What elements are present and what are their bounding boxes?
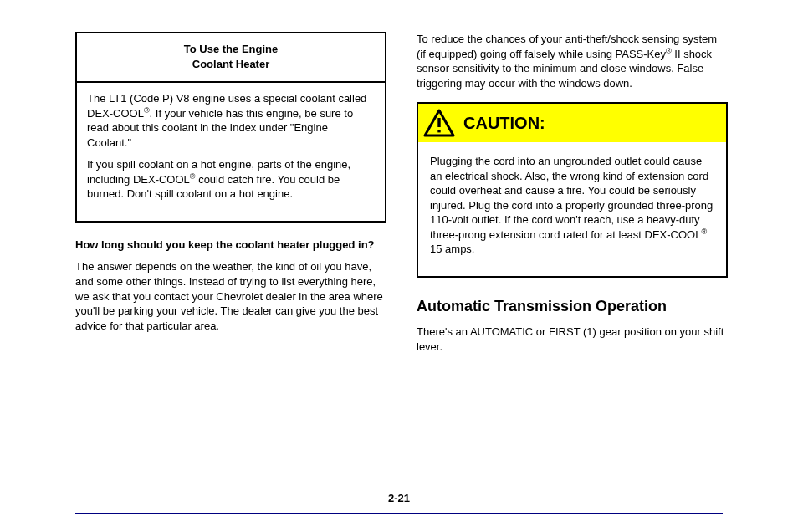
auto-trans-paragraph: There's an AUTOMATIC or FIRST (1) gear p…: [417, 325, 726, 354]
page: To Use the Engine Coolant Heater The LT1…: [0, 0, 798, 532]
caution-paragraph: Plugging the cord into an ungrounded out…: [430, 154, 714, 257]
left-column: To Use the Engine Coolant Heater The LT1…: [75, 32, 385, 340]
caution-post: 15 amps.: [430, 243, 474, 255]
coolant-header-line2: Coolant Heater: [87, 57, 375, 72]
auto-trans-title: Automatic Transmission Operation: [417, 296, 726, 316]
coolant-body-p2: If you spill coolant on a hot engine, pa…: [87, 157, 375, 202]
how-long-question: How long should you keep the coolant hea…: [75, 238, 385, 253]
passkey-pre: To reduce the chances of your anti-theft…: [417, 33, 717, 60]
coolant-heater-box-body: The LT1 (Code P) V8 engine uses a specia…: [77, 83, 385, 221]
registered-icon: ®: [190, 172, 196, 181]
how-long-question-text: How long should you keep the coolant hea…: [75, 238, 375, 251]
coolant-body-p1: The LT1 (Code P) V8 engine uses a specia…: [87, 91, 375, 150]
page-number: 2-21: [75, 491, 723, 506]
caution-body: Plugging the cord into an ungrounded out…: [418, 142, 726, 276]
how-long-answer: The answer depends on the weather, the k…: [75, 259, 385, 333]
right-column: To reduce the chances of your anti-theft…: [417, 32, 726, 361]
registered-icon: ®: [666, 46, 672, 54]
caution-header: CAUTION:: [418, 104, 726, 142]
coolant-header-line1: To Use the Engine: [87, 42, 375, 57]
registered-icon: ®: [144, 105, 150, 114]
registered-icon: ®: [701, 228, 707, 236]
footer-rule: [75, 513, 723, 514]
svg-rect-1: [437, 118, 440, 127]
passkey-paragraph: To reduce the chances of your anti-theft…: [417, 32, 726, 90]
caution-pre: Plugging the cord into an ungrounded out…: [430, 155, 713, 241]
warning-triangle-icon: [423, 109, 455, 137]
coolant-heater-box: To Use the Engine Coolant Heater The LT1…: [75, 32, 386, 223]
caution-box: CAUTION: Plugging the cord into an ungro…: [417, 102, 728, 278]
svg-rect-2: [437, 130, 440, 132]
caution-label: CAUTION:: [463, 112, 545, 135]
coolant-heater-box-header: To Use the Engine Coolant Heater: [77, 33, 385, 83]
page-footer: 2-21: [75, 491, 723, 514]
right-free-text-above: To reduce the chances of your anti-theft…: [417, 32, 726, 90]
left-free-text: How long should you keep the coolant hea…: [75, 238, 385, 333]
